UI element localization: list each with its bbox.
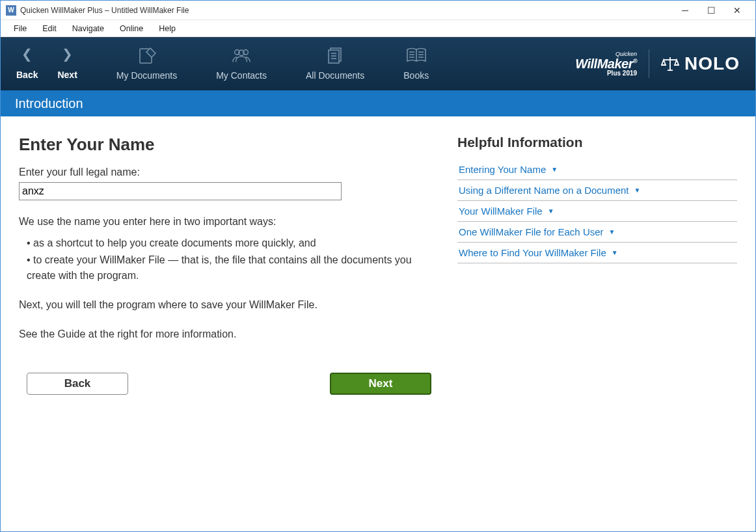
help-link-willmaker-file[interactable]: Your WillMaker File▼: [457, 201, 737, 222]
titlebar: W Quicken WillMaker Plus – Untitled Will…: [1, 1, 755, 20]
help-panel: Helpful Information Entering Your Name▼ …: [450, 116, 755, 531]
documents-stack-icon: [325, 47, 345, 64]
toolbar-my-contacts-label: My Contacts: [216, 70, 267, 81]
caret-down-icon: ▼: [609, 228, 615, 235]
menu-online[interactable]: Online: [112, 22, 151, 35]
caret-down-icon: ▼: [634, 187, 641, 194]
page-title: Enter Your Name: [19, 135, 431, 155]
guide-paragraph: See the Guide at the right for more info…: [19, 327, 431, 341]
close-button[interactable]: ✕: [724, 1, 750, 20]
svg-rect-5: [329, 50, 339, 63]
minimize-button[interactable]: ─: [672, 1, 698, 20]
menu-edit[interactable]: Edit: [34, 22, 64, 35]
next-button[interactable]: Next: [330, 373, 431, 395]
help-link-where-find[interactable]: Where to Find Your WillMaker File▼: [457, 243, 737, 263]
brand-area: Quicken WillMaker® Plus 2019 NOLO: [575, 49, 740, 78]
toolbar-my-documents-label: My Documents: [116, 70, 177, 81]
toolbar-next[interactable]: ❯ Next: [57, 47, 77, 80]
help-title: Helpful Information: [457, 135, 737, 150]
toolbar-back-label: Back: [16, 70, 38, 80]
help-link-entering-name[interactable]: Entering Your Name▼: [457, 159, 737, 180]
caret-down-icon: ▼: [612, 249, 618, 256]
menu-file[interactable]: File: [6, 22, 34, 35]
toolbar-back[interactable]: ❮ Back: [16, 47, 38, 80]
toolbar: ❮ Back ❯ Next My Documents My Contacts: [1, 37, 755, 90]
help-link-one-file[interactable]: One WillMaker File for Each User▼: [457, 222, 737, 243]
bullet-item: • as a shortcut to help you create docum…: [27, 235, 431, 251]
toolbar-all-documents[interactable]: All Documents: [306, 47, 364, 81]
book-icon: [406, 47, 427, 64]
next-paragraph: Next, you will tell the program where to…: [19, 298, 431, 312]
chevron-right-icon: ❯: [62, 47, 73, 60]
intro-paragraph: We use the name you enter here in two im…: [19, 215, 431, 229]
menu-help[interactable]: Help: [151, 22, 183, 35]
nolo-logo: NOLO: [661, 53, 740, 74]
people-icon: [231, 47, 252, 64]
bullet-item: • to create your WillMaker File — that i…: [27, 252, 431, 284]
toolbar-next-label: Next: [57, 70, 77, 80]
toolbar-my-documents[interactable]: My Documents: [116, 47, 177, 81]
help-link-different-name[interactable]: Using a Different Name on a Document▼: [457, 180, 737, 201]
brand-divider: [649, 49, 649, 78]
main-panel: Enter Your Name Enter your full legal na…: [1, 116, 450, 531]
name-input[interactable]: [19, 182, 342, 200]
willmaker-logo: Quicken WillMaker® Plus 2019: [575, 51, 637, 77]
maximize-button[interactable]: ☐: [698, 1, 724, 20]
toolbar-books[interactable]: Books: [403, 47, 429, 81]
menu-navigate[interactable]: Navigate: [64, 22, 112, 35]
caret-down-icon: ▼: [548, 207, 554, 215]
window-title: Quicken WillMaker Plus – Untitled WillMa…: [20, 6, 672, 15]
scales-icon: [661, 56, 679, 72]
back-button[interactable]: Back: [27, 373, 128, 395]
app-icon: W: [6, 5, 16, 16]
content-area: Enter Your Name Enter your full legal na…: [1, 116, 755, 531]
toolbar-books-label: Books: [403, 70, 429, 81]
toolbar-my-contacts[interactable]: My Contacts: [216, 47, 267, 81]
toolbar-all-documents-label: All Documents: [306, 70, 364, 81]
caret-down-icon: ▼: [551, 166, 558, 173]
name-field-label: Enter your full legal name:: [19, 166, 431, 178]
document-edit-icon: [137, 47, 157, 64]
menubar: File Edit Navigate Online Help: [1, 20, 755, 37]
chevron-left-icon: ❮: [21, 47, 33, 60]
section-header: Introduction: [1, 90, 755, 116]
